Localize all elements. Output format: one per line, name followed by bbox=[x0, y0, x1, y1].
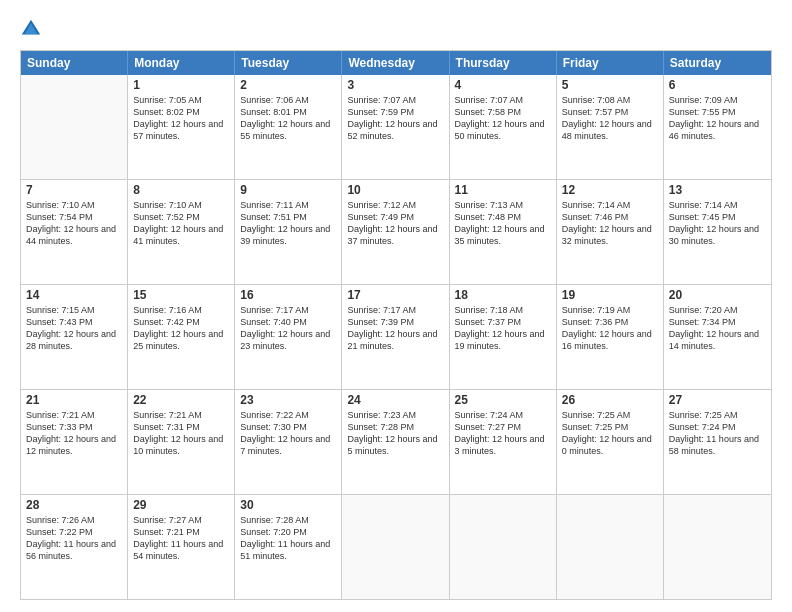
sunrise-text: Sunrise: 7:20 AM bbox=[669, 304, 766, 316]
sunrise-text: Sunrise: 7:10 AM bbox=[133, 199, 229, 211]
day-cell-4: 4Sunrise: 7:07 AMSunset: 7:58 PMDaylight… bbox=[450, 75, 557, 179]
day-number: 27 bbox=[669, 393, 766, 407]
sunrise-text: Sunrise: 7:21 AM bbox=[133, 409, 229, 421]
day-number: 30 bbox=[240, 498, 336, 512]
sunrise-text: Sunrise: 7:10 AM bbox=[26, 199, 122, 211]
sunset-text: Sunset: 7:58 PM bbox=[455, 106, 551, 118]
sunrise-text: Sunrise: 7:21 AM bbox=[26, 409, 122, 421]
day-number: 2 bbox=[240, 78, 336, 92]
sunrise-text: Sunrise: 7:25 AM bbox=[562, 409, 658, 421]
day-number: 6 bbox=[669, 78, 766, 92]
day-number: 9 bbox=[240, 183, 336, 197]
day-number: 14 bbox=[26, 288, 122, 302]
sunset-text: Sunset: 7:46 PM bbox=[562, 211, 658, 223]
sunset-text: Sunset: 7:25 PM bbox=[562, 421, 658, 433]
day-cell-2: 2Sunrise: 7:06 AMSunset: 8:01 PMDaylight… bbox=[235, 75, 342, 179]
daylight-text: Daylight: 12 hours and 25 minutes. bbox=[133, 328, 229, 352]
day-cell-19: 19Sunrise: 7:19 AMSunset: 7:36 PMDayligh… bbox=[557, 285, 664, 389]
sunrise-text: Sunrise: 7:09 AM bbox=[669, 94, 766, 106]
sunset-text: Sunset: 7:42 PM bbox=[133, 316, 229, 328]
sunset-text: Sunset: 7:28 PM bbox=[347, 421, 443, 433]
daylight-text: Daylight: 12 hours and 14 minutes. bbox=[669, 328, 766, 352]
sunset-text: Sunset: 7:51 PM bbox=[240, 211, 336, 223]
sunrise-text: Sunrise: 7:13 AM bbox=[455, 199, 551, 211]
sunset-text: Sunset: 7:20 PM bbox=[240, 526, 336, 538]
sunrise-text: Sunrise: 7:28 AM bbox=[240, 514, 336, 526]
day-number: 11 bbox=[455, 183, 551, 197]
sunrise-text: Sunrise: 7:06 AM bbox=[240, 94, 336, 106]
header bbox=[20, 18, 772, 40]
daylight-text: Daylight: 12 hours and 35 minutes. bbox=[455, 223, 551, 247]
week-row-4: 28Sunrise: 7:26 AMSunset: 7:22 PMDayligh… bbox=[21, 494, 771, 599]
sunrise-text: Sunrise: 7:07 AM bbox=[347, 94, 443, 106]
day-cell-8: 8Sunrise: 7:10 AMSunset: 7:52 PMDaylight… bbox=[128, 180, 235, 284]
logo-icon bbox=[20, 18, 42, 40]
day-cell-15: 15Sunrise: 7:16 AMSunset: 7:42 PMDayligh… bbox=[128, 285, 235, 389]
day-number: 10 bbox=[347, 183, 443, 197]
day-cell-24: 24Sunrise: 7:23 AMSunset: 7:28 PMDayligh… bbox=[342, 390, 449, 494]
empty-cell-4-4 bbox=[450, 495, 557, 599]
day-cell-20: 20Sunrise: 7:20 AMSunset: 7:34 PMDayligh… bbox=[664, 285, 771, 389]
sunrise-text: Sunrise: 7:27 AM bbox=[133, 514, 229, 526]
week-row-2: 14Sunrise: 7:15 AMSunset: 7:43 PMDayligh… bbox=[21, 284, 771, 389]
day-number: 17 bbox=[347, 288, 443, 302]
empty-cell-4-3 bbox=[342, 495, 449, 599]
day-header-sunday: Sunday bbox=[21, 51, 128, 75]
sunrise-text: Sunrise: 7:05 AM bbox=[133, 94, 229, 106]
daylight-text: Daylight: 12 hours and 32 minutes. bbox=[562, 223, 658, 247]
sunrise-text: Sunrise: 7:14 AM bbox=[669, 199, 766, 211]
sunset-text: Sunset: 7:24 PM bbox=[669, 421, 766, 433]
day-cell-26: 26Sunrise: 7:25 AMSunset: 7:25 PMDayligh… bbox=[557, 390, 664, 494]
day-cell-23: 23Sunrise: 7:22 AMSunset: 7:30 PMDayligh… bbox=[235, 390, 342, 494]
day-number: 15 bbox=[133, 288, 229, 302]
day-cell-16: 16Sunrise: 7:17 AMSunset: 7:40 PMDayligh… bbox=[235, 285, 342, 389]
day-number: 29 bbox=[133, 498, 229, 512]
sunrise-text: Sunrise: 7:22 AM bbox=[240, 409, 336, 421]
daylight-text: Daylight: 12 hours and 48 minutes. bbox=[562, 118, 658, 142]
daylight-text: Daylight: 12 hours and 28 minutes. bbox=[26, 328, 122, 352]
day-number: 26 bbox=[562, 393, 658, 407]
day-cell-6: 6Sunrise: 7:09 AMSunset: 7:55 PMDaylight… bbox=[664, 75, 771, 179]
day-number: 22 bbox=[133, 393, 229, 407]
page: SundayMondayTuesdayWednesdayThursdayFrid… bbox=[0, 0, 792, 612]
sunset-text: Sunset: 7:21 PM bbox=[133, 526, 229, 538]
day-number: 12 bbox=[562, 183, 658, 197]
day-cell-18: 18Sunrise: 7:18 AMSunset: 7:37 PMDayligh… bbox=[450, 285, 557, 389]
sunset-text: Sunset: 8:01 PM bbox=[240, 106, 336, 118]
day-cell-29: 29Sunrise: 7:27 AMSunset: 7:21 PMDayligh… bbox=[128, 495, 235, 599]
day-number: 28 bbox=[26, 498, 122, 512]
day-header-wednesday: Wednesday bbox=[342, 51, 449, 75]
day-number: 8 bbox=[133, 183, 229, 197]
day-number: 13 bbox=[669, 183, 766, 197]
day-cell-28: 28Sunrise: 7:26 AMSunset: 7:22 PMDayligh… bbox=[21, 495, 128, 599]
daylight-text: Daylight: 12 hours and 16 minutes. bbox=[562, 328, 658, 352]
sunset-text: Sunset: 7:39 PM bbox=[347, 316, 443, 328]
day-cell-13: 13Sunrise: 7:14 AMSunset: 7:45 PMDayligh… bbox=[664, 180, 771, 284]
sunrise-text: Sunrise: 7:19 AM bbox=[562, 304, 658, 316]
daylight-text: Daylight: 11 hours and 58 minutes. bbox=[669, 433, 766, 457]
day-number: 21 bbox=[26, 393, 122, 407]
calendar: SundayMondayTuesdayWednesdayThursdayFrid… bbox=[20, 50, 772, 600]
day-header-tuesday: Tuesday bbox=[235, 51, 342, 75]
day-header-saturday: Saturday bbox=[664, 51, 771, 75]
sunset-text: Sunset: 7:37 PM bbox=[455, 316, 551, 328]
daylight-text: Daylight: 12 hours and 37 minutes. bbox=[347, 223, 443, 247]
daylight-text: Daylight: 12 hours and 0 minutes. bbox=[562, 433, 658, 457]
sunrise-text: Sunrise: 7:12 AM bbox=[347, 199, 443, 211]
day-cell-14: 14Sunrise: 7:15 AMSunset: 7:43 PMDayligh… bbox=[21, 285, 128, 389]
day-cell-17: 17Sunrise: 7:17 AMSunset: 7:39 PMDayligh… bbox=[342, 285, 449, 389]
day-number: 25 bbox=[455, 393, 551, 407]
day-cell-3: 3Sunrise: 7:07 AMSunset: 7:59 PMDaylight… bbox=[342, 75, 449, 179]
day-cell-10: 10Sunrise: 7:12 AMSunset: 7:49 PMDayligh… bbox=[342, 180, 449, 284]
sunset-text: Sunset: 7:36 PM bbox=[562, 316, 658, 328]
daylight-text: Daylight: 12 hours and 57 minutes. bbox=[133, 118, 229, 142]
daylight-text: Daylight: 12 hours and 23 minutes. bbox=[240, 328, 336, 352]
day-number: 20 bbox=[669, 288, 766, 302]
sunrise-text: Sunrise: 7:07 AM bbox=[455, 94, 551, 106]
day-number: 5 bbox=[562, 78, 658, 92]
sunset-text: Sunset: 7:59 PM bbox=[347, 106, 443, 118]
sunset-text: Sunset: 7:52 PM bbox=[133, 211, 229, 223]
day-cell-25: 25Sunrise: 7:24 AMSunset: 7:27 PMDayligh… bbox=[450, 390, 557, 494]
day-cell-22: 22Sunrise: 7:21 AMSunset: 7:31 PMDayligh… bbox=[128, 390, 235, 494]
sunset-text: Sunset: 7:22 PM bbox=[26, 526, 122, 538]
